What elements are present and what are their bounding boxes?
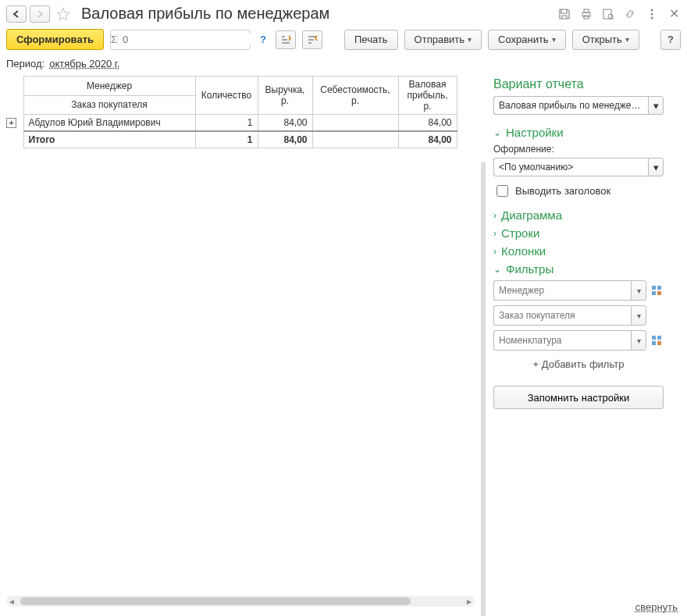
chevron-right-icon: ›: [493, 210, 497, 221]
settings-section-toggle[interactable]: ⌄ Настройки: [493, 126, 664, 139]
variant-heading: Вариант отчета: [493, 77, 664, 91]
page-title: Валовая прибыль по менеджерам: [81, 5, 554, 23]
chevron-down-icon: ⌄: [493, 127, 501, 138]
cell-profit: 84,00: [398, 115, 457, 132]
preview-icon[interactable]: [601, 7, 615, 21]
svg-rect-14: [657, 336, 661, 340]
col-manager[interactable]: Менеджер: [23, 77, 195, 96]
col-profit[interactable]: Валовая прибыль, р.: [398, 77, 457, 115]
add-filter-link[interactable]: + Добавить фильтр: [493, 358, 664, 370]
collapse-levels-button[interactable]: [302, 30, 322, 49]
total-cost: [312, 131, 398, 148]
collapse-link[interactable]: свернуть: [635, 601, 678, 613]
more-menu-icon[interactable]: [645, 7, 659, 21]
total-label: Итого: [23, 131, 195, 148]
filter-dropdown-button[interactable]: ▾: [631, 330, 646, 351]
total-revenue: 84,00: [258, 131, 312, 148]
show-title-label: Выводить заголовок: [515, 185, 610, 197]
nav-back-button[interactable]: [6, 5, 27, 23]
field-help-icon[interactable]: ?: [257, 34, 269, 45]
total-qty: 1: [195, 131, 258, 148]
filter-dropdown-button[interactable]: ▾: [631, 305, 646, 326]
print-button[interactable]: Печать: [344, 30, 398, 50]
chevron-down-icon: ⌄: [493, 264, 501, 275]
col-cost[interactable]: Себестоимость, р.: [312, 77, 398, 115]
svg-point-8: [651, 16, 653, 19]
chevron-down-icon: ▾: [552, 35, 556, 44]
cell-manager[interactable]: Абдулов Юрий Владимирович: [23, 115, 195, 132]
report-table: Менеджер Количество Выручка, р. Себестои…: [6, 76, 457, 148]
horizontal-scrollbar[interactable]: ◄ ►: [6, 596, 475, 607]
cell-cost: [312, 115, 398, 132]
chevron-down-icon: ▾: [468, 35, 472, 44]
svg-line-5: [612, 18, 614, 20]
col-qty[interactable]: Количество: [195, 77, 258, 115]
chevron-down-icon: ▾: [625, 35, 629, 44]
svg-point-7: [651, 12, 653, 15]
svg-point-6: [651, 9, 653, 11]
filter-row: ▾: [493, 280, 664, 301]
splitter-handle[interactable]: [481, 162, 486, 616]
filter-row: ▾: [493, 330, 664, 351]
scroll-right-icon[interactable]: ►: [464, 596, 475, 607]
save-icon[interactable]: [557, 7, 571, 21]
design-label: Оформление:: [493, 144, 664, 155]
cell-qty: 1: [195, 115, 258, 132]
filter-dropdown-button[interactable]: ▾: [631, 280, 646, 301]
rows-section-toggle[interactable]: › Строки: [493, 226, 664, 240]
sigma-icon: Σ: [111, 34, 118, 45]
save-button[interactable]: Сохранить▾: [488, 30, 566, 50]
chevron-right-icon: ›: [493, 228, 497, 239]
help-button[interactable]: ?: [660, 30, 681, 50]
show-title-checkbox-row[interactable]: Выводить заголовок: [493, 183, 664, 199]
col-order[interactable]: Заказ покупателя: [23, 95, 195, 115]
filter-settings-icon[interactable]: [650, 333, 664, 347]
filter-row: ▾: [493, 305, 664, 326]
scroll-left-icon[interactable]: ◄: [6, 596, 17, 607]
expand-row-button[interactable]: +: [6, 118, 16, 128]
generate-button[interactable]: Сформировать: [6, 29, 104, 50]
favorite-star-icon[interactable]: [55, 5, 72, 23]
columns-section-toggle[interactable]: › Колонки: [493, 244, 664, 258]
sum-input[interactable]: [118, 34, 258, 45]
svg-rect-10: [657, 286, 661, 290]
svg-rect-16: [657, 341, 661, 345]
show-title-checkbox[interactable]: [497, 185, 508, 197]
svg-rect-9: [652, 286, 656, 290]
period-label: Период:: [6, 58, 44, 69]
print-icon[interactable]: [579, 7, 593, 21]
total-profit: 84,00: [398, 131, 457, 148]
svg-rect-12: [657, 291, 661, 295]
chevron-right-icon: ›: [493, 246, 497, 257]
filter-input[interactable]: [493, 280, 631, 301]
open-button[interactable]: Открыть▾: [572, 30, 639, 50]
sum-field[interactable]: Σ: [110, 30, 251, 50]
design-dropdown-button[interactable]: ▾: [648, 158, 664, 176]
filter-settings-icon[interactable]: [650, 283, 664, 297]
filter-input[interactable]: [493, 330, 631, 351]
diagram-section-toggle[interactable]: › Диаграмма: [493, 208, 664, 222]
variant-select[interactable]: [493, 96, 648, 115]
svg-rect-11: [652, 291, 656, 295]
send-button[interactable]: Отправить▾: [404, 30, 482, 50]
variant-dropdown-button[interactable]: ▾: [648, 96, 664, 115]
filters-section-toggle[interactable]: ⌄ Фильтры: [493, 262, 664, 276]
link-icon[interactable]: [623, 7, 637, 21]
design-select[interactable]: [493, 158, 648, 176]
svg-rect-13: [652, 336, 656, 340]
svg-rect-1: [584, 9, 589, 12]
col-revenue[interactable]: Выручка, р.: [258, 77, 312, 115]
nav-forward-button: [30, 5, 50, 23]
expand-levels-button[interactable]: [276, 30, 296, 49]
filter-input[interactable]: [493, 305, 631, 326]
svg-rect-15: [652, 341, 656, 345]
period-link[interactable]: октябрь 2020 г.: [49, 58, 119, 69]
scrollbar-thumb[interactable]: [20, 597, 411, 605]
cell-revenue: 84,00: [258, 115, 312, 132]
remember-settings-button[interactable]: Запомнить настройки: [493, 386, 664, 409]
close-icon[interactable]: ✕: [667, 7, 681, 21]
